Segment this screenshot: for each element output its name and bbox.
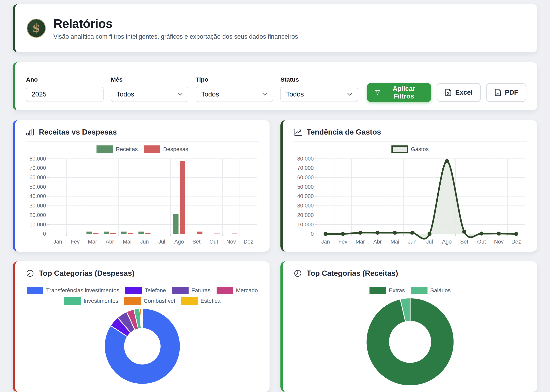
tipo-select-value: Todos [201, 91, 219, 98]
legend-item[interactable]: Salários [411, 287, 451, 294]
chart-legend: ReceitasDespesas [26, 146, 259, 153]
status-select[interactable]: Todos [281, 87, 358, 102]
excel-label: Excel [455, 89, 473, 96]
card-title-row: Receitas vs Despesas [26, 128, 259, 137]
trend-up-icon [293, 128, 302, 137]
legend-swatch [27, 287, 43, 294]
filter-card: Ano Mês Todos Tipo Todos Status Todos [13, 62, 537, 110]
legend-label: Gastos [411, 146, 429, 153]
status-select-value: Todos [286, 91, 304, 98]
legend-item[interactable]: Transferências investimentos [27, 287, 119, 294]
svg-text:Mai: Mai [390, 239, 399, 245]
legend-swatch [97, 146, 113, 153]
tendencia-de-gastos-chart[interactable]: 010.00020.00030.00040.00050.00060.00070.… [293, 155, 527, 246]
legend-item[interactable]: Gastos [391, 146, 429, 153]
legend-swatch [144, 146, 160, 153]
legend-label: Combustível [144, 298, 175, 304]
filter-funnel-icon [374, 89, 381, 96]
svg-text:10.000: 10.000 [29, 222, 46, 228]
legend-label: Telefone [145, 287, 166, 294]
svg-text:70.000: 70.000 [29, 165, 46, 171]
legend-item[interactable]: Combustível [124, 297, 175, 305]
field-mes: Mês Todos [111, 76, 188, 102]
svg-text:Mar: Mar [356, 239, 365, 245]
chart-legend: ExtrasSalários [293, 287, 527, 294]
legend-item[interactable]: Receitas [97, 146, 138, 153]
legend-swatch [181, 297, 198, 305]
svg-text:Dez: Dez [244, 239, 253, 245]
field-tipo: Tipo Todos [196, 76, 273, 102]
svg-text:Out: Out [210, 239, 219, 245]
card-title-row: Tendência de Gastos [293, 128, 527, 137]
legend-swatch [391, 146, 408, 153]
chart-title: Tendência de Gastos [307, 128, 381, 136]
svg-text:40.000: 40.000 [297, 193, 314, 199]
legend-item[interactable]: Estética [181, 297, 221, 305]
svg-text:0: 0 [43, 231, 46, 237]
legend-swatch [64, 297, 81, 305]
svg-text:Out: Out [477, 239, 486, 245]
svg-text:40.000: 40.000 [29, 193, 46, 199]
divider [293, 283, 527, 283]
svg-text:80.000: 80.000 [297, 156, 314, 162]
pie-chart-icon [293, 269, 302, 278]
legend-item[interactable]: Despesas [144, 146, 188, 153]
status-label: Status [281, 76, 358, 83]
svg-text:70.000: 70.000 [297, 165, 314, 171]
chart-card-top-categorias-receitas: Top Categorias (Receitas) ExtrasSalários [281, 261, 537, 392]
legend-label: Estética [200, 298, 221, 304]
svg-text:50.000: 50.000 [297, 184, 314, 190]
legend-item[interactable]: Faturas [172, 287, 211, 294]
chart-card-receitas-vs-despesas: Receitas vs Despesas ReceitasDespesas 01… [13, 120, 269, 252]
bar-chart-icon [26, 128, 35, 137]
svg-text:Jun: Jun [140, 239, 149, 245]
filter-actions: Aplicar Filtros Excel PDF [367, 83, 526, 102]
chevron-down-icon [177, 93, 183, 96]
legend-label: Extras [389, 287, 405, 294]
header-text: Relatórios Visão analítica com filtros i… [53, 16, 298, 40]
legend-swatch [411, 287, 428, 294]
field-status: Status Todos [281, 76, 358, 102]
page-title: Relatórios [53, 16, 298, 31]
legend-item[interactable]: Mercado [217, 287, 258, 294]
excel-file-icon [445, 89, 452, 96]
chart-title: Top Categorias (Despesas) [39, 269, 134, 278]
excel-button[interactable]: Excel [437, 83, 481, 102]
svg-text:Set: Set [460, 239, 468, 245]
aplicar-filtros-label: Aplicar Filtros [384, 85, 424, 100]
svg-text:Set: Set [192, 239, 201, 245]
chevron-down-icon [262, 93, 268, 96]
legend-item[interactable]: Telefone [125, 287, 166, 294]
top-categorias-despesas-chart[interactable] [26, 307, 259, 385]
top-categorias-receitas-chart[interactable] [293, 297, 527, 387]
tipo-label: Tipo [196, 76, 273, 83]
svg-text:Abr: Abr [373, 239, 382, 245]
field-ano: Ano [26, 76, 104, 102]
app-logo: $ [27, 19, 46, 38]
ano-label: Ano [26, 76, 104, 83]
aplicar-filtros-button[interactable]: Aplicar Filtros [367, 83, 431, 102]
mes-select[interactable]: Todos [111, 87, 188, 102]
legend-swatch [217, 287, 233, 294]
receitas-vs-despesas-chart[interactable]: 010.00020.00030.00040.00050.00060.00070.… [26, 155, 259, 246]
pdf-button[interactable]: PDF [486, 83, 526, 102]
tipo-select[interactable]: Todos [196, 87, 273, 102]
legend-label: Salários [430, 287, 451, 294]
svg-text:Fev: Fev [71, 239, 80, 245]
svg-text:Jul: Jul [426, 239, 433, 245]
chevron-down-icon [347, 93, 352, 96]
pdf-file-icon [494, 89, 501, 96]
card-title-row: Top Categorias (Receitas) [293, 269, 527, 278]
legend-item[interactable]: Extras [369, 287, 405, 294]
svg-text:10.000: 10.000 [297, 222, 314, 228]
svg-text:Mai: Mai [123, 239, 131, 245]
ano-input[interactable] [26, 87, 104, 102]
svg-text:30.000: 30.000 [29, 203, 46, 209]
svg-text:50.000: 50.000 [29, 184, 46, 190]
svg-text:Mar: Mar [88, 239, 97, 245]
legend-item[interactable]: Investimentos [64, 297, 119, 305]
svg-text:Ago: Ago [442, 239, 452, 245]
svg-text:Abr: Abr [106, 239, 114, 245]
pie-chart-icon [26, 269, 35, 278]
svg-text:Nov: Nov [226, 239, 236, 245]
